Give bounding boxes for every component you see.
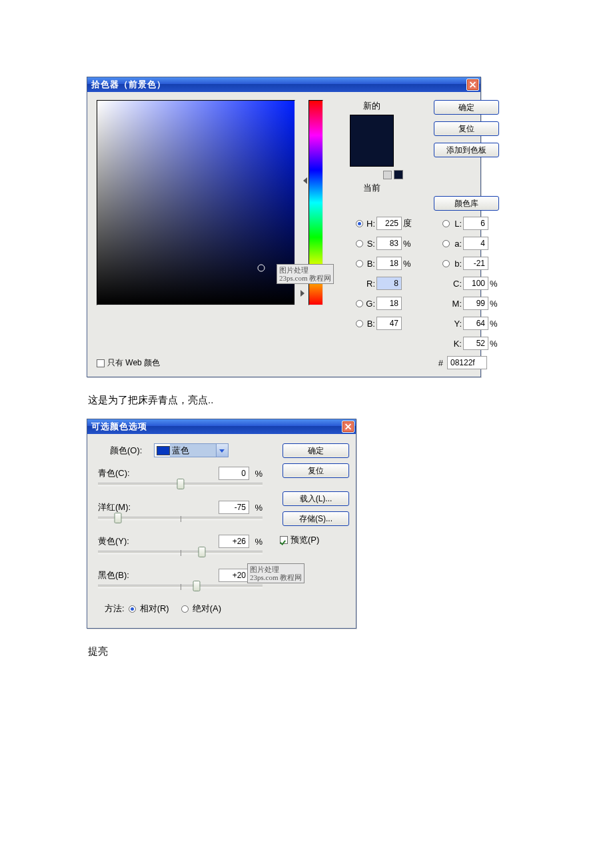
method-label: 方法: [105,603,125,615]
s-input[interactable] [376,237,402,250]
mode-l-radio[interactable] [442,220,450,227]
color-picker-dialog: 拾色器（前景色） 新的 [87,77,481,377]
gamut-warning-icon[interactable] [383,171,392,179]
black-label: 黑色(B): [98,569,138,581]
mode-bc-radio[interactable] [356,320,363,327]
yellow-label: 黄色(Y): [98,535,138,547]
new-color-swatch [350,115,393,141]
yellow-slider[interactable] [98,551,263,554]
relative-radio[interactable] [129,605,136,613]
mode-g-radio[interactable] [356,300,363,307]
close-icon[interactable] [466,79,479,91]
watermark-label-2: 图片处理 23ps.com 教程网 [247,563,305,583]
black-input[interactable] [219,569,249,582]
r-input[interactable] [376,277,402,290]
color-lib-button[interactable]: 颜色库 [434,196,499,211]
current-color-label: 当前 [338,182,406,194]
add-swatch-button[interactable]: 添加到色板 [434,143,499,157]
hue-marker-icon [303,177,307,184]
g-input[interactable] [376,297,402,310]
color-dropdown[interactable]: 蓝色 [154,443,229,457]
mode-s-radio[interactable] [356,240,363,247]
y-input[interactable] [463,317,488,330]
bv-input[interactable] [376,257,402,270]
magenta-label: 洋红(M): [98,501,138,513]
sc-reset-button[interactable]: 复位 [283,463,349,478]
h-input[interactable] [376,217,402,230]
color-dropdown-label: 颜色(O): [110,445,150,457]
cyan-slider[interactable] [98,483,263,486]
selective-color-dialog: 可选颜色选项 颜色(O): 蓝色 青色(C): % [87,419,356,629]
absolute-radio[interactable] [181,605,189,613]
gamut-swatch[interactable] [394,170,403,179]
reset-button[interactable]: 复位 [434,121,499,136]
black-slider[interactable] [98,585,263,588]
selective-color-titlebar[interactable]: 可选颜色选项 [87,419,356,434]
a-input[interactable] [463,237,488,250]
hex-input[interactable] [447,356,487,369]
sb-arrow-icon [301,290,305,369]
caption-1: 这是为了把床弄青点，亮点.. [88,394,526,407]
magenta-input[interactable] [219,501,249,514]
magenta-slider[interactable] [98,517,263,520]
mode-b-radio[interactable] [442,260,450,267]
mode-a-radio[interactable] [442,240,450,247]
color-dropdown-value: 蓝色 [170,444,216,457]
c-input[interactable] [463,277,488,290]
k-input[interactable] [463,337,488,350]
selective-color-title: 可选颜色选项 [91,421,147,433]
ok-button[interactable]: 确定 [434,100,499,115]
color-swatch [350,115,394,167]
hex-prefix: # [438,358,443,368]
chevron-down-icon [216,444,228,457]
color-swatch-icon [157,446,170,455]
bc-input[interactable] [376,317,402,330]
current-color-swatch [350,141,393,166]
new-color-label: 新的 [338,100,406,112]
l-input[interactable] [463,217,488,230]
yellow-input[interactable] [219,535,249,548]
absolute-label: 绝对(A) [193,603,221,615]
cyan-label: 青色(C): [98,467,138,479]
color-picker-title: 拾色器（前景色） [91,79,166,91]
relative-label: 相对(R) [140,603,169,615]
m-input[interactable] [463,297,488,310]
sb-field[interactable] [97,100,295,305]
sc-save-button[interactable]: 存储(S)... [283,511,349,526]
close-icon[interactable] [342,421,354,433]
preview-checkbox[interactable] [280,536,288,544]
sc-ok-button[interactable]: 确定 [283,443,349,458]
color-picker-titlebar[interactable]: 拾色器（前景色） [87,77,480,92]
mode-bv-radio[interactable] [356,260,363,267]
mode-h-radio[interactable] [356,220,363,227]
caption-2: 提亮 [88,645,526,658]
blab-input[interactable] [463,257,488,270]
cyan-input[interactable] [219,467,249,480]
preview-label: 预览(P) [291,534,319,546]
watermark-label: 图片处理 23ps.com 教程网 [277,264,334,284]
sc-load-button[interactable]: 载入(L)... [283,491,349,506]
sb-cursor-icon [257,264,265,271]
